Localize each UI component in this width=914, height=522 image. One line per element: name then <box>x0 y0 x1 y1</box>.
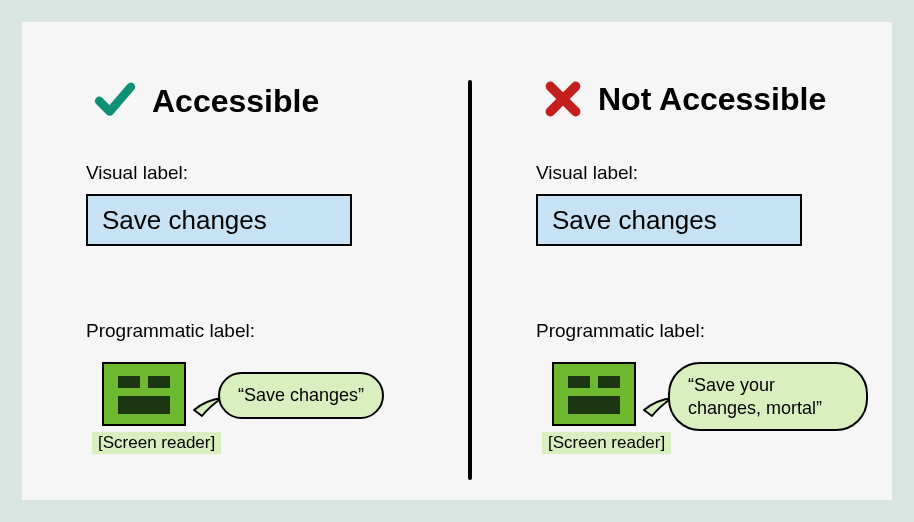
button-text: Save changes <box>102 205 267 236</box>
heading-title: Accessible <box>152 83 319 120</box>
heading-accessible: Accessible <box>94 80 319 122</box>
screen-reader-caption: [Screen reader] <box>92 432 221 454</box>
speech-text: “Save changes” <box>238 385 364 405</box>
heading-title: Not Accessible <box>598 81 826 118</box>
visual-label-caption: Visual label: <box>86 162 188 184</box>
diagram-canvas: Accessible Visual label: Save changes Pr… <box>22 22 892 500</box>
programmatic-label-caption: Programmatic label: <box>86 320 255 342</box>
cross-icon <box>544 80 582 118</box>
heading-not-accessible: Not Accessible <box>544 80 826 118</box>
screen-reader-icon <box>102 362 186 426</box>
column-accessible: Accessible Visual label: Save changes Pr… <box>22 22 442 500</box>
speech-bubble-not-accessible: “Save your changes, mortal” <box>668 362 868 431</box>
visual-label-caption: Visual label: <box>536 162 638 184</box>
screen-reader-icon <box>552 362 636 426</box>
check-icon <box>94 80 136 122</box>
example-button-not-accessible: Save changes <box>536 194 802 246</box>
column-not-accessible: Not Accessible Visual label: Save change… <box>472 22 892 500</box>
speech-text: “Save your changes, mortal” <box>688 375 822 418</box>
screen-reader-caption: [Screen reader] <box>542 432 671 454</box>
speech-bubble-accessible: “Save changes” <box>218 372 384 419</box>
button-text: Save changes <box>552 205 717 236</box>
example-button-accessible: Save changes <box>86 194 352 246</box>
programmatic-label-caption: Programmatic label: <box>536 320 705 342</box>
